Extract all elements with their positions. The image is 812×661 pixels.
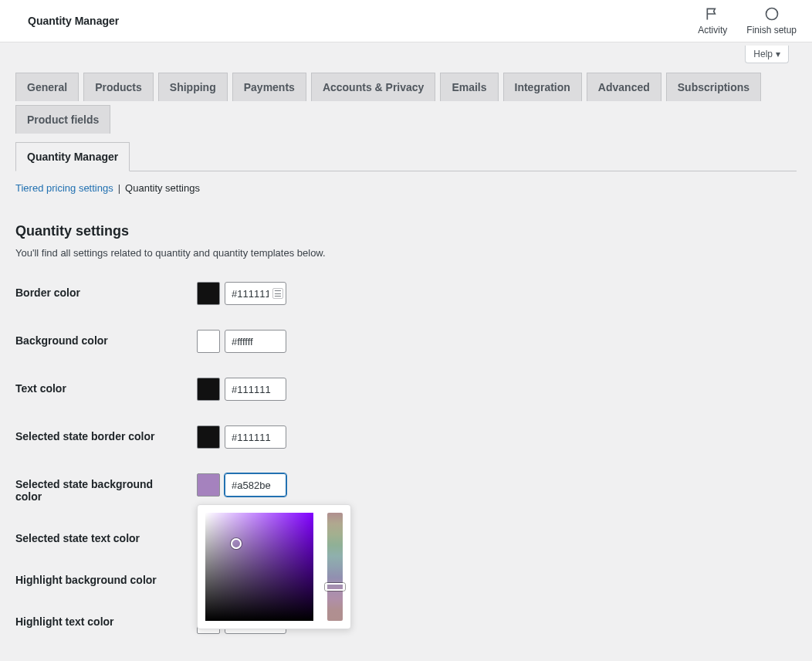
swatch-bg-color[interactable] xyxy=(197,330,220,353)
subnav: Tiered pricing settings | Quantity setti… xyxy=(15,171,797,194)
label-hl-text: Highlight text color xyxy=(15,611,197,628)
activity-label: Activity xyxy=(698,25,727,36)
color-picker-saturation[interactable] xyxy=(205,513,313,621)
color-picker-hue[interactable] xyxy=(327,513,343,621)
settings-content: Quantity settings You'll find all settin… xyxy=(15,194,797,661)
row-hl-bg: Highlight background color xyxy=(15,569,797,586)
tab-general[interactable]: General xyxy=(15,73,79,101)
svg-point-0 xyxy=(766,8,777,20)
label-text-color: Text color xyxy=(15,378,197,395)
swatch-sel-bg[interactable] xyxy=(197,473,220,497)
swatch-border-color[interactable] xyxy=(197,282,220,305)
topbar-actions: Activity Finish setup xyxy=(698,6,797,36)
row-sel-text: Selected state text color xyxy=(15,527,797,544)
label-bg-color: Background color xyxy=(15,330,197,347)
tab-emails[interactable]: Emails xyxy=(440,73,498,101)
row-text-color: Text color xyxy=(15,378,797,401)
tab-products[interactable]: Products xyxy=(83,73,154,101)
row-hl-text: Highlight text color xyxy=(15,611,797,634)
activity-button[interactable]: Activity xyxy=(698,6,727,36)
tab-accounts[interactable]: Accounts & Privacy xyxy=(311,73,436,101)
color-picker-popover xyxy=(197,504,351,629)
input-text-color[interactable] xyxy=(225,378,286,401)
tab-integration[interactable]: Integration xyxy=(503,73,582,101)
separator: | xyxy=(118,182,120,194)
tab-quantity-manager[interactable]: Quantity Manager xyxy=(15,142,130,171)
label-sel-text: Selected state text color xyxy=(15,527,197,544)
tab-payments[interactable]: Payments xyxy=(232,73,306,101)
row-sel-bg: Selected state background color xyxy=(15,473,797,503)
subnav-current: Quantity settings xyxy=(125,182,200,194)
input-sel-border[interactable] xyxy=(225,425,286,449)
tab-subscriptions[interactable]: Subscriptions xyxy=(666,73,761,101)
label-hl-bg: Highlight background color xyxy=(15,569,197,586)
help-row: Help ▾ xyxy=(0,42,812,63)
finish-setup-label: Finish setup xyxy=(746,25,797,36)
label-sel-border: Selected state border color xyxy=(15,425,197,442)
tabs-wrapper: General Products Shipping Payments Accou… xyxy=(0,63,812,661)
color-picker-hue-handle[interactable] xyxy=(325,583,345,591)
label-border-color: Border color xyxy=(15,282,197,299)
row-border-color: Border color ☰ xyxy=(15,282,797,305)
chevron-down-icon: ▾ xyxy=(776,49,780,59)
row-bg-color: Background color xyxy=(15,330,797,353)
page-title: Quantity Manager xyxy=(28,15,119,27)
finish-setup-button[interactable]: Finish setup xyxy=(746,6,797,36)
tab-product-fields[interactable]: Product fields xyxy=(15,105,110,134)
input-sel-bg[interactable] xyxy=(225,473,286,497)
tab-advanced[interactable]: Advanced xyxy=(587,73,661,101)
row-sel-border: Selected state border color xyxy=(15,425,797,449)
link-tiered-pricing[interactable]: Tiered pricing settings xyxy=(15,182,113,194)
flag-icon xyxy=(705,6,720,22)
swatch-text-color[interactable] xyxy=(197,378,220,401)
label-sel-bg: Selected state background color xyxy=(15,473,197,503)
swatch-sel-border[interactable] xyxy=(197,425,220,449)
tab-shipping[interactable]: Shipping xyxy=(158,73,228,101)
color-picker-handle[interactable] xyxy=(231,538,242,549)
topbar: Quantity Manager Activity Finish setup xyxy=(0,0,812,42)
autofill-icon[interactable]: ☰ xyxy=(272,288,283,299)
section-description: You'll find all settings related to quan… xyxy=(15,247,797,259)
section-heading: Quantity settings xyxy=(15,223,797,239)
help-button[interactable]: Help ▾ xyxy=(745,46,789,63)
help-label: Help xyxy=(753,49,773,59)
settings-tabs: General Products Shipping Payments Accou… xyxy=(15,73,797,171)
circle-icon xyxy=(764,6,780,22)
input-bg-color[interactable] xyxy=(225,330,286,353)
